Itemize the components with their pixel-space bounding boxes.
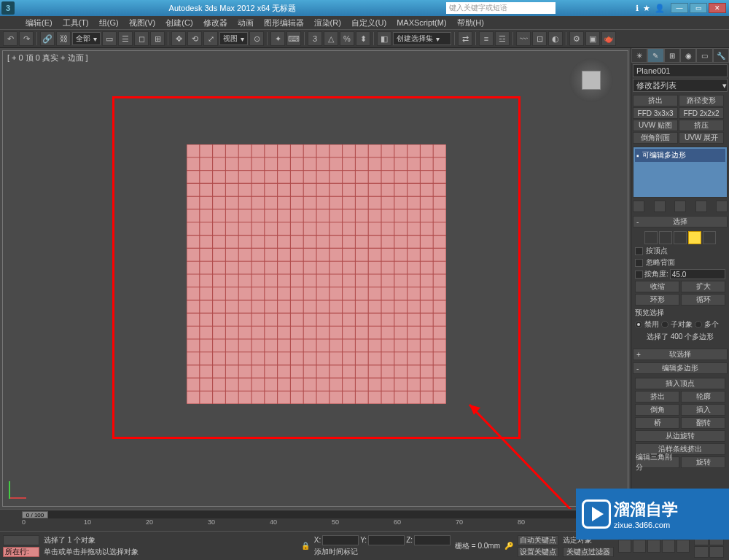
undo-icon[interactable]: ↶ (3, 31, 17, 46)
ignore-backface-checkbox[interactable]: 忽略背面 (635, 257, 725, 268)
by-angle-checkbox[interactable] (635, 271, 643, 279)
angle-field[interactable]: 45.0 (670, 269, 725, 279)
keymode-icon[interactable]: ⌨ (286, 31, 301, 46)
pivot-icon[interactable]: ⊙ (249, 31, 264, 46)
tab-create-icon[interactable]: ✳ (631, 48, 647, 63)
play-icon[interactable] (647, 540, 660, 553)
angle-snap-icon[interactable]: △ (324, 31, 338, 46)
close-button[interactable]: ✕ (709, 3, 726, 13)
mod-uvw-unwrap[interactable]: UVW 展开 (679, 132, 724, 144)
maximize-viewport-icon[interactable] (709, 546, 724, 558)
loop-button[interactable]: 循环 (681, 294, 725, 306)
bridge-button[interactable]: 桥 (635, 417, 679, 429)
flip-button[interactable]: 翻转 (681, 417, 725, 429)
move-icon[interactable]: ✥ (171, 31, 186, 46)
key-icon[interactable]: 🔑 (504, 542, 513, 550)
bevel-button[interactable]: 倒角 (635, 404, 679, 416)
signin-icon[interactable]: 👤 (655, 4, 665, 13)
grow-button[interactable]: 扩大 (681, 281, 725, 292)
layers-icon[interactable]: ☲ (495, 31, 510, 46)
make-unique-icon[interactable] (674, 201, 686, 212)
select-icon[interactable]: ▭ (102, 31, 117, 46)
configure-sets-icon[interactable] (716, 201, 728, 212)
mod-ffd2[interactable]: FFD 2x2x2 (679, 107, 724, 119)
insert-vertex-button[interactable]: 插入顶点 (635, 378, 725, 389)
menu-graph-editors[interactable]: 图形编辑器 (259, 18, 309, 28)
retri-button[interactable]: 旋转 (681, 456, 725, 468)
edit-tri-button[interactable]: 编辑三角剖分 (635, 456, 679, 468)
pin-stack-icon[interactable] (633, 201, 644, 212)
percent-snap-icon[interactable]: % (340, 31, 354, 46)
subobj-border-icon[interactable] (674, 231, 687, 244)
maximize-button[interactable]: ▭ (690, 3, 707, 13)
by-vertex-checkbox[interactable]: 按顶点 (635, 246, 725, 256)
subobj-vertex-icon[interactable] (644, 231, 658, 244)
tab-motion-icon[interactable]: ◉ (680, 48, 696, 63)
mod-extrude[interactable]: 挤出 (633, 95, 678, 106)
link-icon[interactable]: 🔗 (40, 31, 55, 46)
named-sel-icon[interactable]: ◧ (377, 31, 391, 46)
key-filters-button[interactable]: 关键点过滤器 (563, 547, 614, 557)
render-icon[interactable]: 🫖 (601, 31, 616, 46)
rollout-soft-selection[interactable]: +软选择 (633, 349, 728, 360)
mirror-icon[interactable]: ⇄ (458, 31, 472, 46)
rotate-icon[interactable]: ⟲ (187, 31, 202, 46)
menu-edit[interactable]: 编辑(E) (20, 18, 58, 28)
unlink-icon[interactable]: ⛓ (56, 31, 71, 46)
show-end-result-icon[interactable] (654, 201, 666, 212)
minimize-button[interactable]: — (671, 3, 688, 13)
prev-frame-icon[interactable] (633, 540, 646, 553)
setkey-button[interactable]: 设置关键点 (518, 547, 558, 557)
window-crossing-icon[interactable]: ⊞ (150, 31, 165, 46)
autokey-button[interactable]: 自动关键点 (518, 535, 558, 545)
modifier-stack[interactable]: ▪ 可编辑多边形 (633, 147, 728, 198)
goto-start-icon[interactable] (618, 540, 631, 553)
insert-button[interactable]: 插入 (681, 404, 725, 416)
plane-object[interactable] (187, 144, 446, 404)
manipulate-icon[interactable]: ✦ (270, 31, 285, 46)
select-name-icon[interactable]: ☰ (118, 31, 133, 46)
render-setup-icon[interactable]: ⚙ (569, 31, 584, 46)
render-frame-icon[interactable]: ▣ (585, 31, 600, 46)
search-input[interactable]: 键入关键字或短语 (446, 2, 555, 14)
menu-tools[interactable]: 工具(T) (58, 18, 94, 28)
schematic-icon[interactable]: ⊡ (532, 31, 547, 46)
mod-bevel-profile[interactable]: 倒角剖面 (633, 132, 678, 144)
coord-y-field[interactable] (368, 535, 405, 545)
next-frame-icon[interactable] (662, 540, 675, 553)
snap-toggle-icon[interactable]: 3 (308, 31, 322, 46)
mod-squeeze[interactable]: 挤压 (679, 120, 724, 131)
star-icon[interactable]: ★ (643, 4, 650, 13)
help-icon[interactable]: ℹ (636, 4, 639, 13)
extrude-button[interactable]: 挤出 (635, 391, 679, 402)
tab-display-icon[interactable]: ▭ (696, 48, 712, 63)
outline-button[interactable]: 轮廓 (681, 391, 725, 402)
remove-modifier-icon[interactable] (695, 201, 707, 212)
menu-create[interactable]: 创建(C) (160, 18, 198, 28)
time-handle[interactable]: 0 / 100 (22, 511, 48, 518)
viewcube[interactable] (569, 58, 613, 102)
shrink-button[interactable]: 收缩 (635, 281, 679, 292)
track-bar-icon[interactable] (3, 535, 39, 545)
menu-maxscript[interactable]: MAXScript(M) (391, 18, 451, 27)
menu-animation[interactable]: 动画 (233, 18, 259, 28)
goto-end-icon[interactable] (677, 540, 690, 553)
stack-item-editable-poly[interactable]: ▪ 可编辑多边形 (635, 149, 725, 162)
menu-group[interactable]: 组(G) (94, 18, 124, 28)
menu-modifiers[interactable]: 修改器 (198, 18, 233, 28)
menu-rendering[interactable]: 渲染(R) (309, 18, 346, 28)
menu-help[interactable]: 帮助(H) (452, 18, 489, 28)
coord-z-field[interactable] (414, 535, 451, 545)
coord-x-field[interactable] (322, 535, 359, 545)
menu-customize[interactable]: 自定义(U) (346, 18, 391, 28)
add-time-tag[interactable]: 添加时间标记 (314, 547, 451, 557)
curve-editor-icon[interactable]: 〰 (516, 31, 531, 46)
viewport[interactable]: [ + 0 顶 0 真实 + 边面 ] (0, 48, 631, 509)
align-icon[interactable]: ≡ (479, 31, 494, 46)
subobj-polygon-icon[interactable] (688, 231, 701, 244)
lock-icon[interactable]: 🔒 (301, 542, 310, 550)
preview-subobj-radio[interactable] (661, 321, 668, 328)
tab-utilities-icon[interactable]: 🔧 (713, 48, 729, 63)
mod-uvw-map[interactable]: UVW 贴图 (633, 120, 678, 131)
redo-icon[interactable]: ↷ (19, 31, 34, 46)
